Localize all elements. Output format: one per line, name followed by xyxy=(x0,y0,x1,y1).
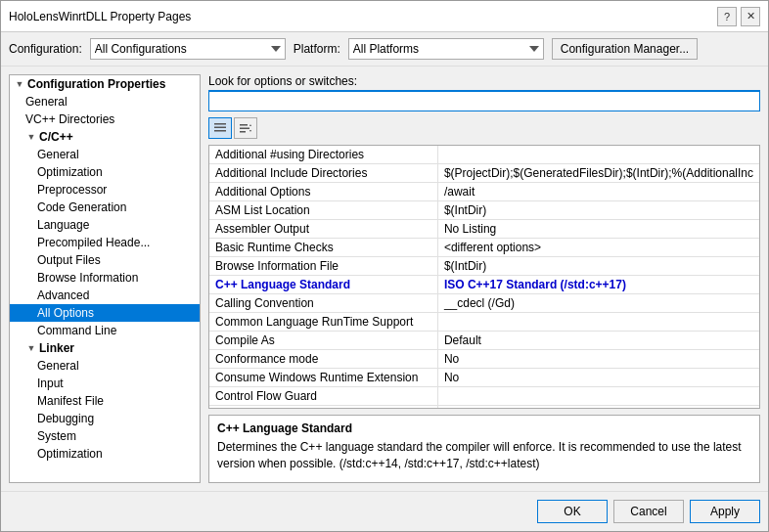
description-title: C++ Language Standard xyxy=(217,421,751,435)
property-value xyxy=(437,387,759,406)
search-label: Look for options or switches: xyxy=(208,74,760,88)
property-name: Compile As xyxy=(209,332,437,350)
tree-label-vc-dirs: VC++ Directories xyxy=(25,112,114,126)
table-row[interactable]: Compile AsDefault xyxy=(209,332,759,350)
table-row[interactable]: C++ Language StandardISO C++17 Standard … xyxy=(209,276,759,294)
tree-node-advanced[interactable]: Advanced xyxy=(10,287,200,304)
tree-node-vc-dirs[interactable]: VC++ Directories xyxy=(10,111,200,128)
table-row[interactable]: Additional #using Directories xyxy=(209,146,759,164)
tree-node-output-files[interactable]: Output Files xyxy=(10,251,200,269)
tree-label-output-files: Output Files xyxy=(37,253,101,267)
list-icon xyxy=(213,121,227,135)
configuration-manager-button[interactable]: Configuration Manager... xyxy=(552,38,698,60)
tree-label-precompiled: Precompiled Heade... xyxy=(37,236,150,249)
sort-icon xyxy=(239,121,252,135)
tree-panel[interactable]: ▼ Configuration Properties General VC++ … xyxy=(9,74,201,483)
properties-scroll[interactable]: Additional #using DirectoriesAdditional … xyxy=(209,146,759,408)
tree-node-system[interactable]: System xyxy=(10,427,200,445)
configuration-label: Configuration: xyxy=(9,42,82,56)
table-row[interactable]: Browse Information File$(IntDir) xyxy=(209,257,759,276)
tree-label-cpp: C/C++ xyxy=(39,130,73,144)
property-name: ASM List Location xyxy=(209,201,437,220)
property-value: __cdecl (/Gd) xyxy=(437,294,759,313)
tree-node-optimization2[interactable]: Optimization xyxy=(10,445,200,463)
expand-icon: ▼ xyxy=(14,78,25,90)
footer: OK Cancel Apply xyxy=(1,491,768,531)
tree-node-code-gen[interactable]: Code Generation xyxy=(10,199,200,216)
tree-label-command-line: Command Line xyxy=(37,324,116,337)
properties-table: Additional #using DirectoriesAdditional … xyxy=(209,146,759,408)
tree-node-input[interactable]: Input xyxy=(10,375,200,392)
tree-node-cpp[interactable]: ▼ C/C++ xyxy=(10,128,200,146)
tree-label-system: System xyxy=(37,429,76,443)
expand-icon-cpp: ▼ xyxy=(25,131,37,143)
tree-node-debugging[interactable]: Debugging xyxy=(10,410,200,427)
tree-node-all-options[interactable]: All Options xyxy=(10,304,200,322)
property-value: $(ProjectDir);$(GeneratedFilesDir);$(Int… xyxy=(437,164,759,183)
table-row[interactable]: Basic Runtime Checks<different options> xyxy=(209,239,759,257)
property-value xyxy=(437,406,759,409)
close-button[interactable]: ✕ xyxy=(741,7,760,26)
platform-select[interactable]: All Platforms xyxy=(348,38,544,60)
tree-node-optimization[interactable]: Optimization xyxy=(10,163,200,181)
tree-node-preprocessor[interactable]: Preprocessor xyxy=(10,181,200,199)
property-value xyxy=(437,146,759,164)
table-row[interactable]: Control Flow Guard xyxy=(209,387,759,406)
tree-node-manifest-file[interactable]: Manifest File xyxy=(10,392,200,410)
table-row[interactable]: Additional Options/await xyxy=(209,183,759,201)
sort-button[interactable] xyxy=(234,117,257,139)
view-list-button[interactable] xyxy=(208,117,232,139)
property-name: Create Hotpatchable Image xyxy=(209,406,437,409)
tree-label-linker-general: General xyxy=(37,359,79,373)
property-name: Calling Convention xyxy=(209,294,437,313)
ok-button[interactable]: OK xyxy=(537,500,608,523)
property-name: Basic Runtime Checks xyxy=(209,239,437,257)
tree-label-linker: Linker xyxy=(39,341,74,355)
property-value: $(IntDir) xyxy=(437,201,759,220)
tree-node-language[interactable]: Language xyxy=(10,216,200,234)
tree-node-general[interactable]: General xyxy=(10,93,200,111)
tree-node-command-line[interactable]: Command Line xyxy=(10,322,200,339)
property-value: No xyxy=(437,350,759,369)
table-row[interactable]: Additional Include Directories$(ProjectD… xyxy=(209,164,759,183)
tree-label-browse-info: Browse Information xyxy=(37,271,138,285)
tree-label-advanced: Advanced xyxy=(37,288,89,302)
tree-node-config-props[interactable]: ▼ Configuration Properties xyxy=(10,75,200,93)
table-row[interactable]: Create Hotpatchable Image xyxy=(209,406,759,409)
title-bar: HoloLensWinrtDLL Property Pages ? ✕ xyxy=(1,1,768,32)
search-input[interactable] xyxy=(208,90,760,111)
tree-label-general: General xyxy=(25,95,68,109)
table-row[interactable]: ASM List Location$(IntDir) xyxy=(209,201,759,220)
property-name: Assembler Output xyxy=(209,220,437,239)
svg-rect-4 xyxy=(240,128,249,130)
tree-node-browse-info[interactable]: Browse Information xyxy=(10,269,200,287)
description-area: C++ Language Standard Determines the C++… xyxy=(208,415,760,483)
table-row[interactable]: Conformance modeNo xyxy=(209,350,759,369)
table-row[interactable]: Assembler OutputNo Listing xyxy=(209,220,759,239)
main-content: ▼ Configuration Properties General VC++ … xyxy=(1,66,768,491)
help-button[interactable]: ? xyxy=(717,7,737,26)
tree-node-linker-general[interactable]: General xyxy=(10,357,200,375)
apply-button[interactable]: Apply xyxy=(690,500,760,523)
tree-node-linker[interactable]: ▼ Linker xyxy=(10,339,200,357)
cancel-button[interactable]: Cancel xyxy=(613,500,684,523)
tree-node-cpp-general[interactable]: General xyxy=(10,146,200,163)
title-controls: ? ✕ xyxy=(717,7,760,26)
tree-label-config-props: Configuration Properties xyxy=(27,77,165,91)
property-value: No xyxy=(437,369,759,387)
dialog-title: HoloLensWinrtDLL Property Pages xyxy=(9,10,191,23)
config-row: Configuration: All Configurations Platfo… xyxy=(1,32,768,66)
right-panel: Look for options or switches: xyxy=(208,74,760,483)
tree-node-precompiled[interactable]: Precompiled Heade... xyxy=(10,234,200,251)
table-row[interactable]: Common Language RunTime Support xyxy=(209,313,759,332)
svg-rect-2 xyxy=(214,130,226,132)
tree-label-cpp-general: General xyxy=(37,148,79,161)
configuration-select[interactable]: All Configurations xyxy=(90,38,286,60)
tree-label-all-options: All Options xyxy=(37,306,94,320)
table-row[interactable]: Consume Windows Runtime ExtensionNo xyxy=(209,369,759,387)
svg-marker-7 xyxy=(249,130,251,132)
property-pages-dialog: HoloLensWinrtDLL Property Pages ? ✕ Conf… xyxy=(0,0,769,532)
property-value: Default xyxy=(437,332,759,350)
toolbar xyxy=(208,117,760,139)
table-row[interactable]: Calling Convention__cdecl (/Gd) xyxy=(209,294,759,313)
